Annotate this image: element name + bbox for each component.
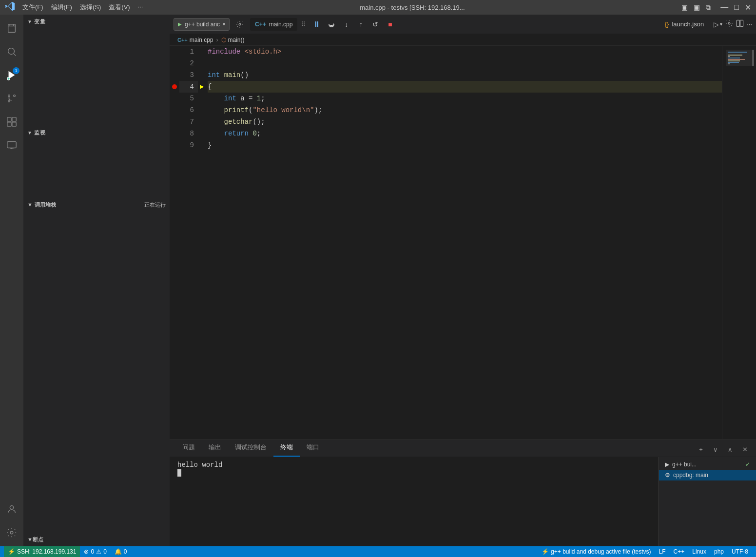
status-remote2[interactable]: php (710, 546, 728, 557)
bp-7 (170, 116, 179, 128)
close-button[interactable]: ✕ (745, 3, 751, 12)
maximize-button[interactable]: □ (734, 3, 739, 12)
line-num-8: 8 (179, 128, 198, 139)
layout-toggle-1[interactable]: ▣ (681, 3, 688, 11)
tab-output[interactable]: 输出 (202, 439, 228, 457)
mm-l5 (728, 58, 740, 58)
activity-item-run[interactable]: 1 (2, 65, 21, 85)
status-errors[interactable]: ⊗ 0 ⚠ 0 (80, 546, 110, 557)
panel-tab-actions: + ∨ ∧ ✕ (696, 444, 750, 457)
status-encoding[interactable]: UTF-8 (728, 546, 752, 557)
breadcrumb: C++ main.cpp › ⬡ main() (170, 34, 756, 46)
encoding-label: UTF-8 (732, 548, 748, 555)
breadcrumb-function[interactable]: ⬡ main() (221, 37, 245, 43)
tab-terminal[interactable]: 终端 (273, 439, 300, 457)
settings-gear[interactable] (725, 19, 733, 29)
title-bar-left: 文件(F) 编辑(E) 选择(S) 查看(V) ··· (5, 1, 143, 13)
breadcrumb-separator: › (216, 37, 218, 43)
menu-edit[interactable]: 编辑(E) (51, 3, 72, 12)
cpp-icon-toolbar: C++ (255, 21, 266, 28)
debug-restart-button[interactable]: ↺ (368, 18, 382, 31)
breadcrumb-file[interactable]: C++ main.cpp (177, 37, 213, 43)
status-notifications[interactable]: 🔔 0 (111, 546, 131, 557)
panel-close-button[interactable]: ✕ (739, 444, 750, 455)
activity-item-search[interactable] (2, 42, 21, 61)
status-bar: ⚡ SSH: 192.168.199.131 ⊗ 0 ⚠ 0 🔔 0 ⚡ g++… (0, 546, 756, 557)
terminal-split-button[interactable]: ∨ (710, 444, 721, 455)
svg-point-19 (10, 506, 13, 509)
status-os[interactable]: Linux (688, 546, 710, 557)
editor-layout-button[interactable] (736, 19, 744, 29)
activity-bar-bottom (2, 499, 21, 546)
debug-step-into-button[interactable]: ↓ (339, 18, 353, 31)
tab-ports[interactable]: 端口 (300, 439, 326, 457)
run-config-button[interactable]: ▶ g++ build anc ▾ (174, 18, 230, 31)
mm-l6 (728, 59, 745, 60)
activity-item-git[interactable] (2, 89, 21, 108)
minimap-scrollbar[interactable] (752, 50, 754, 66)
callstack-chevron: ▼ (27, 202, 33, 208)
editor-right-actions: ▷ ▾ ··· (714, 19, 752, 29)
svg-point-7 (7, 77, 10, 80)
breakpoints-header[interactable]: ▼ 断点 (23, 533, 170, 546)
menu-more[interactable]: ··· (138, 3, 143, 12)
activity-item-settings[interactable] (2, 523, 21, 542)
watch-chevron: ▼ (27, 130, 32, 135)
activity-item-accounts[interactable] (2, 499, 21, 519)
panel-maximize-button[interactable]: ∧ (725, 444, 736, 455)
terminal-content: hello world ▶ g++ bui... ✓ ⚙ cppdbg: mai… (170, 457, 756, 546)
debug-settings-button[interactable] (233, 18, 246, 31)
bp-6 (170, 104, 179, 116)
status-build-config[interactable]: ⚡ g++ build and debug active file (testv… (538, 546, 655, 557)
run-badge: 1 (13, 67, 19, 74)
more-actions-button[interactable]: ··· (747, 20, 752, 28)
editor-area: ▶ g++ build anc ▾ C++ main.cpp ⠿ ⏸ (170, 15, 756, 546)
run-debug-action[interactable]: ▷ ▾ (714, 20, 722, 28)
menu-view[interactable]: 查看(V) (109, 3, 130, 12)
warning-count: 0 (103, 548, 107, 555)
status-line-ending[interactable]: LF (655, 546, 670, 557)
debug-toolbar-drag[interactable]: ⠿ (301, 21, 306, 28)
variables-header[interactable]: ▼ 变量 (23, 15, 170, 28)
code-editor[interactable]: 1 2 3 4 5 6 7 8 9 #include (170, 46, 722, 439)
status-language[interactable]: C++ (670, 546, 689, 557)
launch-json-tab[interactable]: {} launch.json (659, 18, 710, 31)
bp-4[interactable] (170, 81, 179, 93)
activity-item-extensions[interactable] (2, 112, 21, 132)
debug-step-out-button[interactable]: ↑ (354, 18, 368, 31)
layout-toggle-2[interactable]: ▣ (694, 3, 700, 11)
debug-stop-button[interactable]: ■ (383, 18, 397, 31)
tab-problems[interactable]: 问题 (175, 439, 202, 457)
callstack-header[interactable]: ▼ 调用堆栈 正在运行 (23, 198, 170, 211)
svg-rect-25 (740, 20, 743, 26)
status-remote[interactable]: ⚡ SSH: 192.168.199.131 (4, 546, 80, 557)
watch-header[interactable]: ▼ 监视 (23, 126, 170, 139)
watch-label: 监视 (34, 129, 45, 136)
status-remote-icon: ⚡ (8, 548, 15, 555)
menu-file[interactable]: 文件(F) (22, 3, 43, 12)
menu-select[interactable]: 选择(S) (80, 3, 101, 12)
terminal-main[interactable]: hello world (170, 457, 659, 546)
window-controls: ▣ ▣ ⧉ — □ ✕ (681, 3, 751, 12)
terminal-item-cppdbg[interactable]: ⚙ cppdbg: main (659, 470, 756, 480)
debug-pause-button[interactable]: ⏸ (310, 18, 324, 31)
bp-9 (170, 139, 179, 151)
new-terminal-button[interactable]: + (696, 444, 706, 455)
bp-5 (170, 93, 179, 104)
launch-json-icon: {} (665, 20, 669, 28)
variables-label: 变量 (34, 18, 45, 25)
minimize-button[interactable]: — (720, 3, 728, 12)
activity-item-remote[interactable] (2, 135, 21, 155)
code-line-4: ▶ { (208, 81, 722, 93)
terminal-gplusplus-label: g++ bui... (672, 461, 697, 468)
debug-step-over-button[interactable] (325, 18, 338, 31)
code-lines: #include <stdio.h> int main () ▶ (204, 46, 722, 439)
tab-debug-console[interactable]: 调试控制台 (228, 439, 273, 457)
cpp-tab-in-toolbar[interactable]: C++ main.cpp (250, 18, 297, 31)
layout-toggle-3[interactable]: ⧉ (706, 3, 711, 12)
activity-item-explorer[interactable] (2, 19, 21, 38)
terminal-item-gplusplus[interactable]: ▶ g++ bui... ✓ (659, 459, 756, 470)
menu-bar[interactable]: 文件(F) 编辑(E) 选择(S) 查看(V) ··· (22, 3, 143, 12)
main-container: 1 (0, 15, 756, 546)
line-ending-label: LF (659, 548, 666, 555)
